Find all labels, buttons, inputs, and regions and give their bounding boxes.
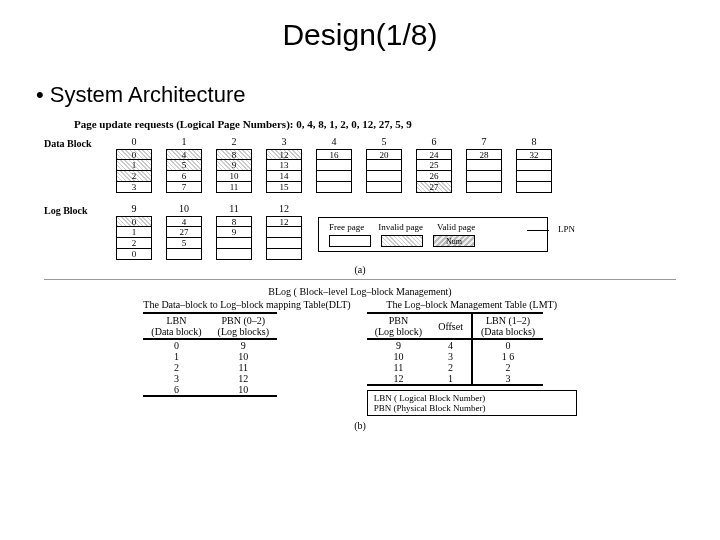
lmt-table: PBN(Log block)OffsetLBN (1–2)(Data block… xyxy=(367,312,543,386)
block: 14567 xyxy=(166,136,202,193)
page-cell: 12 xyxy=(266,216,302,227)
page-cell: 2 xyxy=(116,238,152,249)
lmt-group: The Log–block Management Table (LMT) PBN… xyxy=(367,299,577,416)
data-block-label: Data Block xyxy=(44,136,116,149)
block-header: 11 xyxy=(216,203,252,214)
page-cell: 1 xyxy=(116,227,152,238)
block: 520 xyxy=(366,136,402,193)
table-row: 1031 6 xyxy=(367,351,543,362)
dlt-group: The Data–block to Log–block mapping Tabl… xyxy=(143,299,350,416)
dlt-cell: 1 xyxy=(143,351,209,362)
page-cell: 26 xyxy=(416,171,452,182)
dlt-cell: 10 xyxy=(210,384,277,396)
page-cell: 13 xyxy=(266,160,302,171)
page-cell: 3 xyxy=(116,182,152,193)
legend-free-swatch xyxy=(329,235,371,247)
lmt-cell: 3 xyxy=(430,351,472,362)
caption-b: (b) xyxy=(44,420,676,431)
table-row: 211 xyxy=(143,362,277,373)
block: 90120 xyxy=(116,203,152,260)
bullet-system-architecture: System Architecture xyxy=(36,82,720,108)
page-cell: 6 xyxy=(166,171,202,182)
block-header: 4 xyxy=(316,136,352,147)
dlt-cell: 6 xyxy=(143,384,209,396)
legend-lpn-label: LPN xyxy=(558,224,575,234)
dlt-table: LBN(Data block)PBN (0–2)(Log blocks)0911… xyxy=(143,312,277,397)
update-request-sequence: Page update requests (Logical Page Numbe… xyxy=(74,118,676,130)
page-cell: 32 xyxy=(516,149,552,160)
table-row: 610 xyxy=(143,384,277,396)
footnotes-box: LBN ( Logical Block Number) PBN (Physica… xyxy=(367,390,577,416)
legend-lpn-line xyxy=(527,230,549,231)
legend-free-label: Free page xyxy=(329,222,364,232)
block: 104275 xyxy=(166,203,202,260)
lmt-cell: 0 xyxy=(472,339,543,351)
page-cell: 16 xyxy=(316,149,352,160)
data-blocks-row: Data Block 00123145672891011312131415416… xyxy=(44,136,676,193)
lmt-cell: 1 6 xyxy=(472,351,543,362)
page-cell: 4 xyxy=(166,149,202,160)
lmt-header: LBN (1–2)(Data blocks) xyxy=(472,313,543,339)
dlt-cell: 2 xyxy=(143,362,209,373)
page-cell xyxy=(466,171,502,182)
page-cell: 5 xyxy=(166,160,202,171)
legend-invalid-swatch xyxy=(381,235,423,247)
page-cell xyxy=(516,160,552,171)
lmt-cell: 11 xyxy=(367,362,431,373)
lmt-cell: 2 xyxy=(430,362,472,373)
page-cell xyxy=(466,160,502,171)
block-header: 7 xyxy=(466,136,502,147)
dlt-caption: The Data–block to Log–block mapping Tabl… xyxy=(143,299,350,310)
page-cell xyxy=(216,238,252,249)
page-cell: 15 xyxy=(266,182,302,193)
block-header: 1 xyxy=(166,136,202,147)
block: 00123 xyxy=(116,136,152,193)
dlt-cell: 0 xyxy=(143,339,209,351)
page-cell: 25 xyxy=(416,160,452,171)
dlt-header: PBN (0–2)(Log blocks) xyxy=(210,313,277,339)
dlt-cell: 12 xyxy=(210,373,277,384)
page-cell xyxy=(216,249,252,260)
page-cell xyxy=(366,160,402,171)
block-header: 9 xyxy=(116,203,152,214)
page-cell: 0 xyxy=(116,216,152,227)
figure-container: Page update requests (Logical Page Numbe… xyxy=(44,118,676,431)
lmt-header: PBN(Log block) xyxy=(367,313,431,339)
table-row: 1213 xyxy=(367,373,543,385)
lmt-cell: 10 xyxy=(367,351,431,362)
log-block-label: Log Block xyxy=(44,203,116,216)
page-cell xyxy=(366,182,402,193)
block-header: 8 xyxy=(516,136,552,147)
block: 624252627 xyxy=(416,136,452,193)
block: 1189 xyxy=(216,203,252,260)
page-cell: 5 xyxy=(166,238,202,249)
block-header: 3 xyxy=(266,136,302,147)
legend-invalid-label: Invalid page xyxy=(378,222,423,232)
block-header: 6 xyxy=(416,136,452,147)
page-cell: 4 xyxy=(166,216,202,227)
page-cell: 27 xyxy=(416,182,452,193)
page-cell xyxy=(316,160,352,171)
table-row: 1122 xyxy=(367,362,543,373)
page-cell: 0 xyxy=(116,149,152,160)
blog-title: BLog ( Block–level Log–block Management) xyxy=(44,286,676,297)
dlt-header: LBN(Data block) xyxy=(143,313,209,339)
page-cell: 10 xyxy=(216,171,252,182)
page-cell: 2 xyxy=(116,171,152,182)
page-cell: 24 xyxy=(416,149,452,160)
dlt-cell: 10 xyxy=(210,351,277,362)
page-cell: 9 xyxy=(216,227,252,238)
lmt-header: Offset xyxy=(430,313,472,339)
table-row: 312 xyxy=(143,373,277,384)
lmt-cell: 2 xyxy=(472,362,543,373)
block: 832 xyxy=(516,136,552,193)
block-header: 10 xyxy=(166,203,202,214)
page-cell xyxy=(516,171,552,182)
page-cell: 28 xyxy=(466,149,502,160)
block: 728 xyxy=(466,136,502,193)
page-cell xyxy=(266,227,302,238)
page-cell: 20 xyxy=(366,149,402,160)
page-cell: 9 xyxy=(216,160,252,171)
page-cell xyxy=(466,182,502,193)
caption-a: (a) xyxy=(44,264,676,275)
